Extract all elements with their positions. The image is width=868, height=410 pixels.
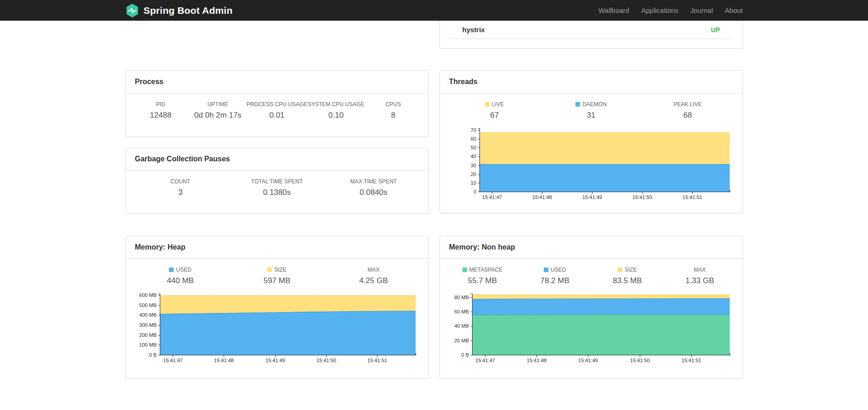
metric-value: 12488 — [132, 111, 190, 120]
memory-nonheap-panel: Memory: Non heap METASPACE 55.7 MB USED … — [440, 236, 743, 379]
nav-item-journal[interactable]: Journal — [684, 0, 719, 21]
metric-process-cpu-usage: PROCESS CPU USAGE 0.01 — [247, 101, 308, 120]
svg-text:80 MB: 80 MB — [454, 295, 469, 300]
metric-value: 3 — [132, 188, 229, 197]
legend-value: 4.25 GB — [325, 276, 422, 285]
used-swatch-icon — [544, 268, 548, 272]
svg-text:0 B: 0 B — [461, 352, 469, 358]
legend-value: 68 — [639, 111, 736, 120]
navbar: Spring Boot Admin Wallboard Applications… — [0, 0, 868, 21]
svg-text:40: 40 — [470, 154, 476, 159]
metric-label: SYSTEM CPU USAGE — [307, 101, 365, 108]
svg-text:100 MB: 100 MB — [139, 342, 157, 347]
application-name[interactable]: hystrix — [462, 26, 485, 34]
size-swatch-icon — [618, 268, 622, 272]
threads-panel: Threads LIVE 67 DAEMON 31 PEAK LIVE 68 — [440, 70, 743, 213]
svg-text:50: 50 — [470, 145, 476, 150]
heap-legend: USED 440 MB SIZE 597 MB MAX 4.25 GB — [126, 259, 428, 285]
legend-label: PEAK LIVE — [674, 101, 702, 108]
metric-gc-total-time: TOTAL TIME SPENT 0.1380s — [229, 178, 325, 197]
legend-label: SIZE — [274, 267, 287, 273]
svg-text:15:41:48: 15:41:48 — [532, 194, 552, 200]
threads-chart: 01020304050607015:41:4715:41:4815:41:491… — [449, 125, 733, 202]
legend-live: LIVE 67 — [446, 101, 543, 120]
svg-text:15:41:50: 15:41:50 — [316, 358, 336, 363]
svg-text:15:41:49: 15:41:49 — [582, 194, 602, 200]
process-panel-title: Process — [135, 78, 419, 86]
svg-text:60: 60 — [470, 136, 476, 142]
metric-label: TOTAL TIME SPENT — [229, 178, 325, 185]
svg-text:500 MB: 500 MB — [139, 302, 157, 308]
metric-value: 0d 0h 2m 17s — [189, 111, 247, 120]
legend-peak-live: PEAK LIVE 68 — [639, 101, 736, 120]
legend-label: MAX — [367, 267, 379, 273]
process-panel-heading: Process — [126, 71, 428, 93]
live-swatch-icon — [485, 102, 490, 107]
legend-value: 31 — [543, 111, 639, 120]
metric-pid: PID 12488 — [132, 101, 190, 120]
nonheap-panel-heading: Memory: Non heap — [440, 236, 743, 259]
right-column: hystrix UP Threads LIVE 67 DAEMON 3 — [440, 21, 743, 379]
brand-title: Spring Boot Admin — [144, 5, 233, 16]
gc-pauses-panel: Garbage Collection Pauses COUNT 3 TOTAL … — [125, 148, 429, 214]
daemon-swatch-icon — [575, 102, 580, 107]
nav-item-wallboard[interactable]: Wallboard — [592, 0, 635, 21]
legend-label: MAX — [694, 267, 706, 273]
legend-nonheap-max: MAX 1.33 GB — [664, 267, 736, 285]
metric-system-cpu-usage: SYSTEM CPU USAGE 0.10 — [307, 101, 365, 120]
legend-value: 440 MB — [132, 276, 229, 285]
metric-value: 0.10 — [307, 111, 365, 120]
svg-text:400 MB: 400 MB — [139, 312, 157, 318]
legend-value: 83.5 MB — [591, 276, 664, 285]
threads-legend: LIVE 67 DAEMON 31 PEAK LIVE 68 — [440, 93, 743, 120]
svg-text:15:41:51: 15:41:51 — [682, 194, 702, 200]
svg-text:60 MB: 60 MB — [454, 309, 469, 314]
metric-gc-max-time: MAX TIME SPENT 0.0840s — [325, 178, 422, 197]
brand-link[interactable]: Spring Boot Admin — [125, 4, 233, 17]
used-swatch-icon — [169, 268, 174, 272]
gc-panel-heading: Garbage Collection Pauses — [126, 148, 428, 171]
metric-label: COUNT — [132, 178, 229, 185]
nav-item-applications[interactable]: Applications — [635, 0, 684, 21]
svg-text:0: 0 — [473, 189, 476, 194]
main-content: Process PID 12488 UPTIME 0d 0h 2m 17s PR… — [125, 21, 743, 410]
svg-text:30: 30 — [470, 163, 476, 168]
svg-text:15:41:47: 15:41:47 — [163, 358, 183, 363]
svg-text:10: 10 — [470, 180, 476, 186]
metric-value: 0.1380s — [229, 188, 325, 197]
legend-value: 1.33 GB — [664, 276, 736, 285]
metric-cpus: CPUS 8 — [365, 101, 422, 120]
svg-text:15:41:48: 15:41:48 — [214, 358, 234, 363]
metric-value: 8 — [365, 111, 422, 120]
metric-uptime: UPTIME 0d 0h 2m 17s — [189, 101, 247, 120]
memory-heap-panel: Memory: Heap USED 440 MB SIZE 597 MB MAX… — [125, 236, 429, 379]
gc-panel-title: Garbage Collection Pauses — [135, 155, 419, 163]
metric-label: CPUS — [365, 101, 422, 108]
svg-text:40 MB: 40 MB — [454, 323, 469, 329]
legend-value: 55.7 MB — [446, 276, 519, 285]
svg-text:600 MB: 600 MB — [139, 292, 157, 298]
threads-panel-title: Threads — [449, 78, 733, 86]
metric-label: UPTIME — [189, 101, 247, 108]
application-row[interactable]: hystrix UP — [450, 21, 733, 39]
navbar-inner: Spring Boot Admin Wallboard Applications… — [125, 0, 743, 21]
legend-value: 67 — [446, 111, 543, 120]
nonheap-memory-chart: 0 B20 MB40 MB60 MB80 MB15:41:4715:41:481… — [449, 291, 733, 365]
svg-text:20 MB: 20 MB — [454, 338, 469, 343]
svg-text:0 B: 0 B — [149, 352, 157, 358]
legend-value: 597 MB — [229, 276, 325, 285]
svg-text:15:41:51: 15:41:51 — [367, 358, 387, 363]
svg-text:15:41:48: 15:41:48 — [527, 358, 547, 363]
left-column: Process PID 12488 UPTIME 0d 0h 2m 17s PR… — [125, 21, 429, 379]
metric-label: PROCESS CPU USAGE — [247, 101, 308, 108]
svg-text:70: 70 — [470, 127, 476, 133]
legend-label: USED — [176, 267, 191, 273]
svg-text:15:41:50: 15:41:50 — [630, 358, 650, 363]
process-panel: Process PID 12488 UPTIME 0d 0h 2m 17s PR… — [125, 70, 429, 137]
legend-label: METASPACE — [469, 267, 502, 273]
svg-text:15:41:49: 15:41:49 — [578, 358, 598, 363]
legend-label: SIZE — [625, 267, 637, 273]
nav-item-about[interactable]: About — [719, 0, 743, 21]
svg-text:200 MB: 200 MB — [139, 332, 157, 338]
legend-label: USED — [551, 267, 566, 273]
